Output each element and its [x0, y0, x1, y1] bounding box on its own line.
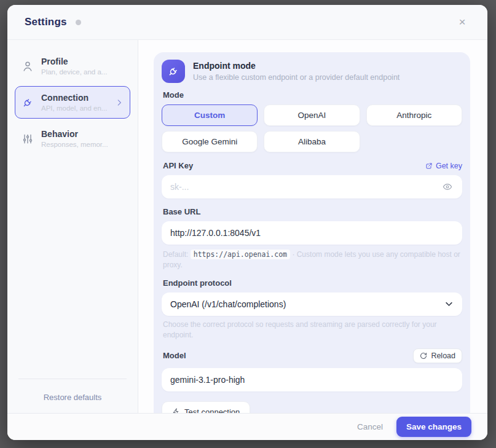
- main-content: Endpoint mode Use a flexible custom endp…: [138, 40, 487, 413]
- mode-label: Mode: [163, 90, 462, 100]
- eye-icon: [443, 182, 456, 192]
- sidebar: Profile Plan, device, and a... Connectio…: [7, 40, 138, 413]
- sliders-icon: [22, 133, 34, 145]
- mode-option-custom[interactable]: Custom: [162, 104, 258, 126]
- endpoint-protocol-label: Endpoint protocol: [163, 278, 462, 288]
- endpoint-mode-header: Endpoint mode Use a flexible custom endp…: [162, 60, 462, 83]
- mode-options: Custom OpenAI Anthropic Google Gemini Al…: [162, 104, 462, 152]
- reload-label: Reload: [431, 352, 455, 360]
- model-input[interactable]: [162, 368, 462, 391]
- save-changes-button[interactable]: Save changes: [396, 417, 471, 437]
- plug-icon: [22, 96, 34, 109]
- chevron-right-icon: [115, 98, 124, 107]
- test-connection-button[interactable]: Test connection: [162, 401, 250, 413]
- mode-option-google-gemini[interactable]: Google Gemini: [162, 131, 258, 152]
- toggle-visibility-button[interactable]: [443, 180, 456, 194]
- endpoint-mode-panel: Endpoint mode Use a flexible custom endp…: [154, 52, 470, 413]
- refresh-icon: [420, 352, 427, 360]
- base-url-input[interactable]: [162, 221, 462, 245]
- sidebar-item-behavior[interactable]: Behavior Responses, memor...: [15, 122, 130, 155]
- sidebar-item-description: API, model, and en...: [41, 104, 107, 112]
- api-key-label: API Key: [163, 161, 193, 170]
- sidebar-item-description: Responses, memor...: [41, 141, 108, 148]
- sidebar-divider: [18, 379, 127, 379]
- external-link-icon: [425, 162, 433, 170]
- reload-button[interactable]: Reload: [413, 348, 462, 363]
- sidebar-item-profile[interactable]: Profile Plan, device, and a...: [15, 50, 130, 82]
- close-button[interactable]: ×: [454, 14, 470, 30]
- close-icon: ×: [459, 15, 465, 28]
- status-dot: [76, 20, 81, 25]
- mode-option-alibaba[interactable]: Alibaba: [264, 131, 360, 152]
- get-key-label: Get key: [436, 162, 462, 170]
- endpoint-protocol-select[interactable]: OpenAI (/v1/chat/completions): [162, 293, 462, 316]
- endpoint-protocol-help: Choose the correct protocol so requests …: [163, 320, 461, 341]
- zap-icon: [172, 408, 180, 413]
- panel-title: Endpoint mode: [193, 61, 400, 71]
- endpoint-protocol-value: OpenAI (/v1/chat/completions): [170, 299, 286, 309]
- get-key-link[interactable]: Get key: [425, 162, 462, 170]
- sidebar-item-label: Behavior: [41, 129, 108, 139]
- user-icon: [22, 60, 34, 73]
- sidebar-item-label: Profile: [41, 57, 107, 66]
- dialog-footer: Cancel Save changes: [7, 413, 487, 440]
- page-title: Settings: [25, 16, 67, 28]
- restore-defaults-button[interactable]: Restore defaults: [15, 390, 130, 404]
- api-key-input[interactable]: [162, 175, 462, 198]
- chevron-down-icon: [444, 299, 454, 308]
- plug-icon: [162, 60, 185, 83]
- sidebar-item-connection[interactable]: Connection API, model, and en...: [15, 86, 130, 119]
- default-url-code: https://api.openai.com: [191, 250, 290, 259]
- base-url-label: Base URL: [163, 207, 462, 216]
- settings-dialog: Settings × Profile Plan, device, and a..…: [7, 5, 487, 440]
- sidebar-item-label: Connection: [41, 93, 107, 103]
- cancel-button[interactable]: Cancel: [357, 422, 383, 431]
- mode-option-openai[interactable]: OpenAI: [264, 104, 360, 126]
- sidebar-item-description: Plan, device, and a...: [41, 68, 107, 76]
- dialog-header: Settings ×: [7, 5, 487, 40]
- panel-subtitle: Use a flexible custom endpoint or a prov…: [193, 73, 400, 82]
- base-url-help: Default: https://api.openai.com · Custom…: [163, 250, 461, 271]
- mode-option-anthropic[interactable]: Anthropic: [366, 104, 462, 126]
- model-label: Model: [163, 351, 186, 360]
- test-connection-label: Test connection: [184, 407, 240, 413]
